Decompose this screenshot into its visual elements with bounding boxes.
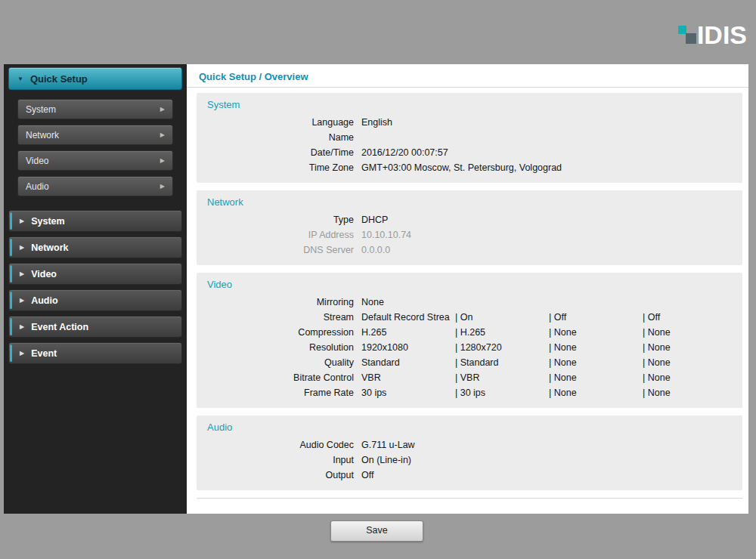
sidebar-item-system[interactable]: ▶System — [8, 210, 182, 232]
field-value: Off — [361, 470, 733, 480]
field-value: Default Record Strea — [361, 312, 455, 323]
field-value: 1920x1080 — [361, 342, 455, 353]
field-label: Name — [206, 132, 361, 143]
section-title: Network — [207, 196, 733, 208]
field-value: | Off — [643, 312, 733, 323]
sidebar-item-label: Audio — [31, 295, 57, 306]
field-value: | 1280x720 — [455, 342, 549, 353]
field-value: | None — [549, 327, 643, 338]
field-value: DHCP — [361, 215, 733, 225]
field-label: IP Address — [206, 230, 361, 240]
chevron-right-icon: ▶ — [160, 183, 165, 190]
field-row: StreamDefault Record Strea| On| Off| Off — [206, 310, 733, 325]
overview-sections: SystemLanguageEnglishNameDate/Time2016/1… — [197, 93, 742, 499]
chevron-right-icon: ▶ — [20, 218, 24, 224]
idis-logo: IDIS — [677, 20, 747, 49]
field-row: TypeDHCP — [206, 212, 733, 227]
field-row: QualityStandard| Standard| None| None — [206, 355, 733, 370]
sidebar-item-label: Event — [31, 348, 57, 359]
field-value: | 30 ips — [455, 388, 549, 398]
field-row: DNS Server0.0.0.0 — [206, 242, 733, 258]
sidebar-subitem-audio[interactable]: Audio▶ — [17, 176, 173, 196]
sidebar-subitem-label: Video — [26, 156, 48, 166]
chevron-right-icon: ▶ — [20, 323, 24, 330]
field-value: | None — [643, 327, 733, 338]
sidebar-subitem-network[interactable]: Network▶ — [17, 125, 173, 145]
field-value: Standard — [361, 357, 455, 368]
field-row: Audio CodecG.711 u-Law — [206, 437, 733, 452]
field-label: Input — [206, 455, 361, 465]
caret-down-icon: ▼ — [17, 76, 23, 82]
field-value: G.711 u-Law — [361, 440, 733, 450]
chevron-right-icon: ▶ — [20, 244, 24, 251]
field-label: Frame Rate — [206, 388, 361, 398]
sidebar-item-label: Event Action — [31, 322, 88, 332]
field-row: Time ZoneGMT+03:00 Moscow, St. Petersbur… — [206, 160, 733, 175]
field-row: InputOn (Line-in) — [206, 452, 733, 468]
sidebar-item-label: Network — [31, 242, 68, 253]
field-row: Frame Rate30 ips| 30 ips| None| None — [206, 385, 733, 400]
field-value: | None — [643, 342, 733, 353]
sidebar-item-quick-setup[interactable]: ▼ Quick Setup — [8, 67, 182, 90]
field-row: IP Address10.10.10.74 — [206, 227, 733, 242]
sidebar-item-event[interactable]: ▶Event — [8, 342, 182, 364]
sidebar-subitem-label: System — [26, 104, 56, 115]
field-row: Name — [206, 130, 733, 145]
field-label: Language — [206, 117, 361, 128]
sidebar-item-label: Video — [31, 269, 57, 280]
field-value: | H.265 — [455, 327, 549, 338]
field-value: | Standard — [455, 357, 549, 368]
field-value: 10.10.10.74 — [361, 230, 733, 240]
field-label: Output — [206, 470, 361, 480]
field-row: Resolution1920x1080| 1280x720| None| Non… — [206, 340, 733, 355]
field-row: MirroringNone — [206, 295, 733, 310]
chevron-right-icon: ▶ — [160, 131, 165, 138]
chevron-right-icon: ▶ — [20, 297, 24, 304]
section-audio: AudioAudio CodecG.711 u-LawInputOn (Line… — [197, 415, 742, 490]
field-label: Bitrate Control — [206, 372, 361, 383]
field-label: Type — [206, 215, 361, 225]
sidebar-item-event-action[interactable]: ▶Event Action — [8, 316, 182, 338]
field-value: | Off — [549, 312, 643, 323]
section-network: NetworkTypeDHCPIP Address10.10.10.74DNS … — [197, 190, 742, 265]
chevron-right-icon: ▶ — [160, 157, 165, 164]
field-value: | On — [455, 312, 549, 323]
sidebar-item-video[interactable]: ▶Video — [8, 263, 182, 285]
content-panel: Quick Setup / Overview SystemLanguageEng… — [187, 64, 748, 514]
field-value: | None — [643, 372, 733, 383]
field-label: Mirroring — [206, 297, 361, 307]
sidebar-item-audio[interactable]: ▶Audio — [8, 289, 182, 311]
section-system: SystemLanguageEnglishNameDate/Time2016/1… — [197, 93, 742, 183]
chevron-right-icon: ▶ — [20, 350, 24, 357]
field-value: | None — [643, 357, 733, 368]
sidebar-subitem-label: Network — [26, 130, 59, 141]
section-video: VideoMirroringNoneStreamDefault Record S… — [197, 273, 742, 408]
chevron-right-icon: ▶ — [20, 270, 24, 277]
field-value: H.265 — [361, 327, 455, 338]
sidebar-item-network[interactable]: ▶Network — [8, 236, 182, 258]
field-value: GMT+03:00 Moscow, St. Petersburg, Volgog… — [361, 162, 733, 173]
sidebar-subitem-label: Audio — [26, 181, 49, 192]
field-label: Date/Time — [206, 147, 361, 158]
field-label: Compression — [206, 327, 361, 338]
save-button[interactable]: Save — [330, 520, 423, 542]
field-row: Date/Time2016/12/20 00:07:57 — [206, 145, 733, 160]
field-value: None — [361, 297, 733, 307]
breadcrumb-divider — [187, 87, 748, 88]
field-value: 0.0.0.0 — [361, 245, 733, 255]
field-row: OutputOff — [206, 468, 733, 483]
field-value: | VBR — [455, 372, 549, 383]
sections-bottom-divider — [197, 498, 742, 499]
logo-text: IDIS — [697, 20, 747, 49]
section-title: Audio — [207, 422, 733, 433]
sidebar-subitem-system[interactable]: System▶ — [17, 99, 173, 119]
quick-setup-subitems: System▶Network▶Video▶Audio▶ — [17, 99, 173, 196]
field-row: LanguageEnglish — [206, 115, 733, 130]
sidebar-subitem-video[interactable]: Video▶ — [17, 150, 173, 171]
logo-gray-square — [686, 33, 696, 44]
field-label: Stream — [206, 312, 361, 323]
sidebar: ▼ Quick Setup System▶Network▶Video▶Audio… — [4, 64, 187, 514]
field-label: DNS Server — [206, 245, 361, 255]
field-label: Time Zone — [206, 162, 361, 173]
field-value: | None — [549, 372, 643, 383]
